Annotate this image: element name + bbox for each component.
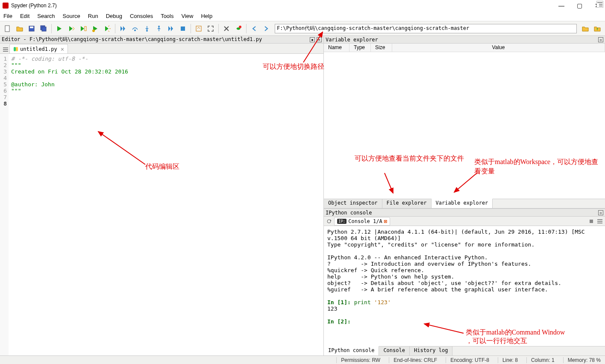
tab-history-log[interactable]: History log	[410, 346, 452, 355]
console-refresh-icon[interactable]	[326, 218, 332, 225]
debug-run-icon[interactable]	[166, 23, 176, 34]
debug-continue-icon[interactable]	[118, 23, 128, 34]
toolbar-separator	[191, 24, 191, 33]
status-permissions: Permissions: RW	[336, 357, 380, 363]
svg-rect-21	[590, 220, 593, 223]
col-type[interactable]: Type	[349, 44, 371, 52]
save-all-icon[interactable]	[38, 23, 49, 34]
pane-options-icon[interactable]: ▪	[310, 37, 315, 42]
console-stop-icon[interactable]	[588, 218, 595, 225]
forward-icon[interactable]	[261, 23, 271, 34]
back-icon[interactable]	[249, 23, 259, 34]
console-tabs: IP: Console 1/A ⊠	[324, 217, 605, 226]
right-top-tabs: Object inspector File explorer Variable …	[324, 199, 605, 208]
app-icon	[3, 3, 9, 9]
svg-rect-14	[3, 49, 8, 50]
toolbar-separator	[115, 24, 115, 33]
pane-close-icon[interactable]: ×	[317, 37, 322, 42]
menu-file[interactable]: File	[3, 13, 12, 19]
code-editor[interactable]: 12345678 # -*- coding: utf-8 -*- """ Cre…	[0, 54, 323, 355]
status-eol: End-of-lines: CRLF	[389, 357, 437, 363]
minimize-button[interactable]: —	[556, 2, 567, 9]
pane-undock-icon[interactable]: ▫	[598, 37, 603, 42]
svg-rect-2	[30, 26, 33, 28]
parent-folder-icon[interactable]	[592, 23, 602, 34]
debug-step-out-icon[interactable]	[154, 23, 164, 34]
menu-debug[interactable]: Debug	[106, 13, 122, 19]
tab-list-icon[interactable]	[2, 46, 9, 53]
editor-tab-untitled1[interactable]: untitled1.py ×	[9, 44, 68, 53]
menu-edit[interactable]: Edit	[20, 13, 29, 19]
console-bottom-tabs: IPython console Console History log	[324, 346, 605, 355]
menu-source[interactable]: Source	[63, 13, 80, 19]
maximize-pane-icon[interactable]	[194, 23, 204, 34]
run-cell-advance-icon[interactable]	[78, 23, 88, 34]
console-output[interactable]: Python 2.7.12 |Anaconda 4.1.1 (64-bit)| …	[324, 226, 605, 346]
console-tab-close-icon[interactable]: ⊠	[384, 218, 387, 224]
menu-search[interactable]: Search	[37, 13, 55, 19]
code-text-area[interactable]: # -*- coding: utf-8 -*- """ Created on F…	[9, 54, 323, 355]
svg-point-7	[134, 29, 136, 31]
run-icon[interactable]	[54, 23, 65, 34]
toolbar-separator	[51, 24, 52, 33]
col-name[interactable]: Name	[324, 44, 349, 52]
svg-point-12	[239, 26, 241, 28]
svg-rect-17	[16, 47, 18, 51]
browse-folder-icon[interactable]	[580, 23, 590, 34]
debug-step-into-icon[interactable]	[142, 23, 152, 34]
maximize-button[interactable]: ▢	[574, 2, 584, 9]
col-size[interactable]: Size	[371, 44, 392, 52]
ipython-console-header: IPython console ▫	[324, 209, 605, 217]
tab-object-inspector[interactable]: Object inspector	[324, 199, 382, 208]
svg-rect-24	[597, 223, 602, 223]
svg-rect-20	[599, 6, 602, 6]
fullscreen-icon[interactable]	[206, 23, 216, 34]
new-file-icon[interactable]	[3, 23, 13, 34]
menu-view[interactable]: View	[182, 13, 194, 19]
menu-bar: File Edit Search Source Run Debug Consol…	[0, 11, 605, 21]
working-directory-input[interactable]	[275, 24, 577, 33]
pane-undock-icon[interactable]: ▫	[598, 210, 603, 215]
menu-help[interactable]: Help	[201, 13, 212, 19]
run-cell-icon[interactable]	[66, 23, 76, 34]
tab-file-explorer[interactable]: File explorer	[382, 199, 432, 208]
editor-pane-title: Editor - F:\Python代码\cangqiong-scratch-m…	[2, 36, 262, 43]
svg-point-8	[146, 30, 148, 32]
tab-console[interactable]: Console	[379, 346, 410, 355]
svg-point-6	[92, 29, 95, 32]
col-value[interactable]: Value	[392, 44, 605, 52]
open-file-icon[interactable]	[15, 23, 25, 34]
tab-close-icon[interactable]: ×	[61, 46, 64, 53]
line-gutter: 12345678	[0, 54, 9, 355]
menu-consoles[interactable]: Consoles	[130, 13, 153, 19]
console-tab-1a[interactable]: IP: Console 1/A ⊠	[334, 217, 390, 226]
debug-stop-icon[interactable]	[178, 23, 188, 34]
variable-explorer-body[interactable]	[324, 52, 605, 199]
run-selection-icon[interactable]	[90, 23, 100, 34]
menu-run[interactable]: Run	[88, 13, 98, 19]
toolbar	[0, 21, 605, 36]
preferences-icon[interactable]	[221, 23, 232, 34]
svg-rect-5	[85, 26, 86, 31]
tab-ipython-console[interactable]: IPython console	[324, 346, 379, 355]
status-line: Line: 8	[498, 357, 518, 363]
status-encoding: Encoding: UTF-8	[446, 357, 489, 363]
ipython-console-title: IPython console	[326, 210, 372, 216]
pythonpath-icon[interactable]	[233, 23, 244, 34]
svg-rect-16	[14, 47, 16, 51]
outline-icon[interactable]	[596, 1, 603, 8]
status-column: Column: 1	[526, 357, 555, 363]
status-bar: Permissions: RW End-of-lines: CRLF Encod…	[0, 355, 605, 364]
menu-tools[interactable]: Tools	[161, 13, 173, 19]
console-options-icon[interactable]	[596, 218, 603, 225]
svg-rect-19	[599, 4, 602, 5]
save-icon[interactable]	[26, 23, 37, 34]
svg-rect-0	[5, 26, 9, 32]
debug-icon[interactable]	[102, 23, 112, 34]
status-memory: Memory: 78 %	[563, 357, 601, 363]
toolbar-separator	[246, 24, 247, 33]
variable-explorer-title: Variable explorer	[326, 37, 378, 43]
editor-tab-label: untitled1.py	[20, 46, 57, 52]
tab-variable-explorer[interactable]: Variable explorer	[432, 199, 493, 208]
debug-step-over-icon[interactable]	[130, 23, 140, 34]
